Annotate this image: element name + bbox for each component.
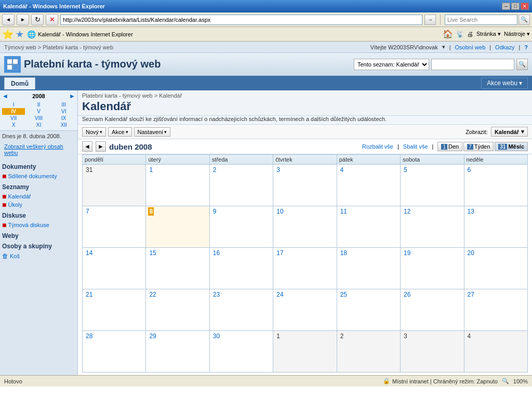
cal-day-cell[interactable]: 3 — [401, 331, 464, 373]
month-I[interactable]: I — [2, 101, 25, 108]
window-title: Kalendář - Windows Internet Explorer — [3, 3, 105, 9]
expand-all-link[interactable]: Rozbalit vše — [362, 143, 393, 150]
weekday-header-row: pondělí úterý středa čtvrtek pátek sobot… — [83, 155, 528, 165]
month-XI[interactable]: XI — [25, 122, 52, 128]
sidebar-item-kalendar[interactable]: ■ Kalendář — [2, 192, 75, 201]
month-III[interactable]: III — [52, 101, 75, 108]
search-input[interactable] — [445, 15, 517, 25]
section-heading-osoby: Osoby a skupiny — [2, 243, 75, 250]
refresh-btn[interactable]: ↻ — [31, 14, 44, 25]
day-number: 28 — [85, 332, 94, 340]
personal-web-link[interactable]: Osobní web — [455, 44, 486, 50]
cal-day-cell[interactable]: 3 — [273, 165, 337, 206]
cal-week-row: 31123456 — [83, 165, 528, 206]
month-VII[interactable]: VII — [2, 115, 25, 122]
sidebar-item-ukoly[interactable]: ■ Úkoly — [2, 201, 75, 209]
user-dropdown-arrow[interactable]: ▾ — [442, 44, 445, 50]
page-menu[interactable]: Stránka ▾ — [476, 31, 501, 37]
cal-day-cell[interactable]: 6 — [464, 165, 527, 206]
mini-cal-prev[interactable]: ◄ — [2, 92, 8, 100]
cal-day-cell[interactable]: 5 — [401, 165, 464, 206]
user-links: Vítejte W2003SRV\dnovak ▾ | Osobní web |… — [370, 44, 528, 50]
settings-btn[interactable]: Nastavení ▾ — [134, 127, 171, 137]
cal-day-cell[interactable]: 8 — [146, 206, 209, 248]
tools-menu[interactable]: Nástroje ▾ — [504, 31, 530, 37]
window-controls[interactable]: ─ □ ✕ — [502, 3, 529, 10]
forward-btn[interactable]: ► — [17, 14, 29, 25]
search-button[interactable]: 🔍 — [518, 15, 530, 25]
cal-prev-btn[interactable]: ◄ — [82, 141, 92, 152]
back-btn[interactable]: ◄ — [2, 14, 15, 25]
cal-day-cell[interactable]: 4 — [464, 331, 527, 373]
month-XII[interactable]: XII — [52, 122, 75, 128]
cal-day-cell[interactable]: 24 — [273, 289, 337, 331]
month-X[interactable]: X — [2, 122, 25, 128]
minimize-btn[interactable]: ─ — [502, 3, 510, 10]
month-VI[interactable]: VI — [52, 108, 75, 115]
cal-day-cell[interactable]: 23 — [209, 289, 273, 331]
cal-day-cell[interactable]: 18 — [337, 248, 400, 289]
home-tab[interactable]: Domů — [4, 77, 35, 89]
sidebar-item-shared-docs[interactable]: ■ Sdílené dokumenty — [2, 172, 75, 180]
cal-day-cell[interactable]: 27 — [464, 289, 527, 331]
cal-day-cell[interactable]: 11 — [337, 206, 400, 248]
title-bar: Kalendář - Windows Internet Explorer ─ □… — [0, 0, 532, 12]
cal-day-cell[interactable]: 26 — [401, 289, 464, 331]
sp-search-input[interactable] — [431, 59, 514, 70]
cal-day-cell[interactable]: 31 — [83, 165, 146, 206]
month-VIII[interactable]: VIII — [25, 115, 52, 122]
month-IV[interactable]: IV — [2, 108, 25, 115]
search-scope-select[interactable]: Tento seznam: Kalendář — [354, 59, 429, 70]
svg-rect-3 — [13, 65, 18, 70]
cal-day-cell[interactable]: 22 — [146, 289, 209, 331]
cal-day-cell[interactable]: 16 — [209, 248, 273, 289]
cal-day-cell[interactable]: 7 — [83, 206, 146, 248]
actions-btn[interactable]: Akce ▾ — [108, 127, 131, 137]
cal-day-cell[interactable]: 1 — [146, 165, 209, 206]
cal-day-cell[interactable]: 9 — [209, 206, 273, 248]
collapse-all-link[interactable]: Sbalit vše — [403, 143, 428, 150]
new-btn-arrow: ▾ — [100, 129, 102, 135]
cal-day-cell[interactable]: 21 — [83, 289, 146, 331]
cal-day-cell[interactable]: 15 — [146, 248, 209, 289]
cal-day-cell[interactable]: 1 — [273, 331, 337, 373]
go-btn[interactable]: → — [424, 15, 436, 25]
month-II[interactable]: II — [25, 101, 52, 108]
address-input[interactable] — [60, 15, 422, 25]
cal-day-cell[interactable]: 10 — [273, 206, 337, 248]
show-all-content-link[interactable]: Zobrazit veškerý obsah webu — [2, 142, 75, 157]
sidebar-item-kos[interactable]: 🗑 Koš — [2, 252, 75, 260]
action-web-btn[interactable]: Akce webu ▾ — [481, 77, 528, 89]
month-IX[interactable]: IX — [52, 115, 75, 122]
cal-day-cell[interactable]: 25 — [337, 289, 400, 331]
cal-day-cell[interactable]: 2 — [209, 165, 273, 206]
cal-day-cell[interactable]: 30 — [209, 331, 273, 373]
view-week-btn[interactable]: 7 Týden — [463, 142, 494, 151]
cal-day-cell[interactable]: 20 — [464, 248, 527, 289]
cal-day-cell[interactable]: 14 — [83, 248, 146, 289]
view-month-btn[interactable]: 31 Měsíc — [495, 142, 528, 151]
mini-cal-next[interactable]: ► — [69, 92, 75, 100]
cal-day-cell[interactable]: 12 — [401, 206, 464, 248]
sidebar-item-diskuse[interactable]: ■ Týmová diskuse — [2, 221, 75, 229]
cal-day-cell[interactable]: 2 — [337, 331, 400, 373]
month-label: Měsíc — [508, 143, 524, 150]
view-dropdown[interactable]: Kalendář ▾ — [491, 127, 528, 137]
close-btn[interactable]: ✕ — [521, 3, 529, 10]
new-btn[interactable]: Nový ▾ — [82, 127, 106, 137]
stop-btn[interactable]: ✕ — [46, 14, 58, 25]
help-icon[interactable]: ? — [524, 44, 528, 50]
view-day-btn[interactable]: 1 Den — [437, 142, 462, 151]
cal-day-cell[interactable]: 13 — [464, 206, 527, 248]
cal-day-cell[interactable]: 19 — [401, 248, 464, 289]
links-link[interactable]: Odkazy — [495, 44, 514, 50]
sp-search-btn[interactable]: 🔍 — [516, 59, 528, 70]
weekday-thursday: čtvrtek — [273, 155, 337, 165]
cal-day-cell[interactable]: 28 — [83, 331, 146, 373]
month-V[interactable]: V — [25, 108, 52, 115]
maximize-btn[interactable]: □ — [511, 3, 520, 10]
cal-day-cell[interactable]: 17 — [273, 248, 337, 289]
cal-day-cell[interactable]: 29 — [146, 331, 209, 373]
cal-day-cell[interactable]: 4 — [337, 165, 400, 206]
cal-next-btn[interactable]: ► — [96, 141, 106, 152]
